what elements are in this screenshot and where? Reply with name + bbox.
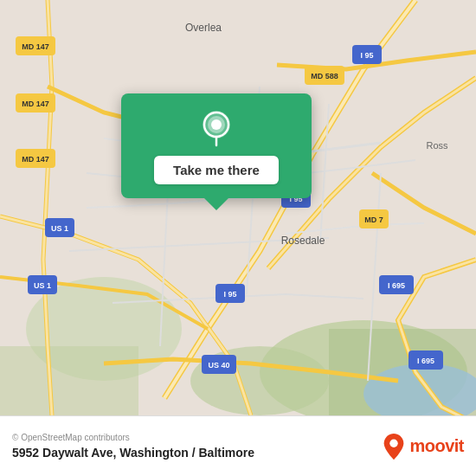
svg-text:Ross: Ross xyxy=(426,140,448,151)
map-background: MD 147 MD 147 MD 147 MD 588 I 95 I 95 I … xyxy=(0,0,476,415)
svg-point-40 xyxy=(390,439,398,447)
svg-text:MD 147: MD 147 xyxy=(22,100,49,108)
moovit-label: moovit xyxy=(409,436,464,456)
moovit-pin-icon xyxy=(382,432,406,461)
svg-text:Rosedale: Rosedale xyxy=(281,235,325,247)
svg-text:US 40: US 40 xyxy=(208,361,229,370)
svg-rect-3 xyxy=(0,346,138,415)
take-me-there-button[interactable]: Take me there xyxy=(154,156,279,184)
svg-text:I 95: I 95 xyxy=(223,290,236,299)
map-pin-icon xyxy=(197,109,235,147)
svg-text:Overlea: Overlea xyxy=(185,22,222,34)
svg-text:US 1: US 1 xyxy=(51,224,68,233)
svg-text:I 695: I 695 xyxy=(388,281,405,290)
copyright-text: © OpenStreetMap contributors xyxy=(12,433,254,442)
bottom-bar: © OpenStreetMap contributors 5952 Daywal… xyxy=(0,415,476,476)
location-popup: Take me there xyxy=(121,93,312,198)
svg-text:MD 147: MD 147 xyxy=(22,155,49,164)
svg-text:MD 147: MD 147 xyxy=(22,42,49,51)
svg-text:MD 588: MD 588 xyxy=(311,72,338,80)
svg-text:I 695: I 695 xyxy=(417,357,434,365)
svg-text:US 1: US 1 xyxy=(34,281,51,290)
svg-point-38 xyxy=(211,119,222,130)
address-text: 5952 Daywalt Ave, Washington / Baltimore xyxy=(12,446,254,460)
moovit-logo: moovit xyxy=(382,432,464,461)
svg-text:MD 7: MD 7 xyxy=(364,215,383,224)
address-section: © OpenStreetMap contributors 5952 Daywal… xyxy=(12,433,254,460)
map-container: MD 147 MD 147 MD 147 MD 588 I 95 I 95 I … xyxy=(0,0,476,415)
svg-text:I 95: I 95 xyxy=(360,51,373,60)
